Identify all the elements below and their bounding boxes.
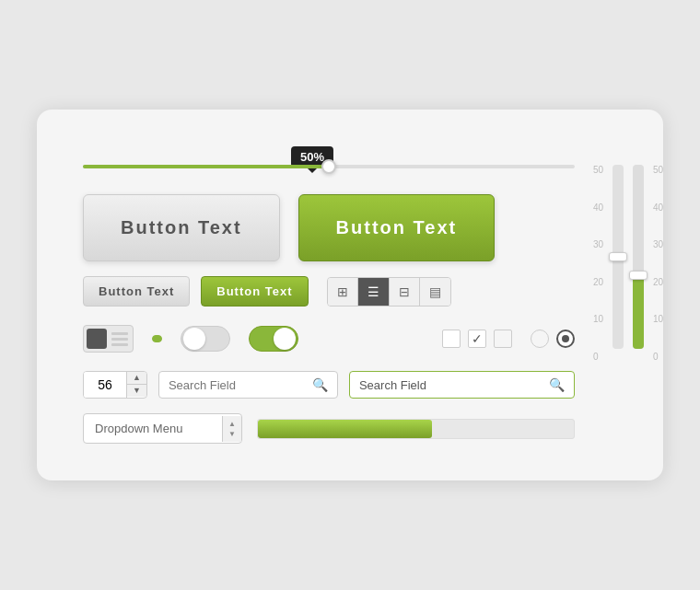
toggle-green[interactable] <box>152 335 162 342</box>
large-buttons-row: Button Text Button Text <box>83 194 575 261</box>
grid-view-button[interactable]: ⊞ <box>328 278 358 306</box>
bottom-row: Dropdown Menu Option 1 Option 2 ▲ ▼ <box>83 413 575 444</box>
large-green-button[interactable]: Button Text <box>298 194 496 261</box>
number-input[interactable] <box>84 372 126 398</box>
scale-right: 50 40 30 20 10 0 <box>653 165 663 367</box>
progress-bar-wrap <box>257 419 575 439</box>
arrow-up: ▲ <box>228 420 236 428</box>
toggle-bars <box>110 330 130 348</box>
arrow-down: ▼ <box>228 430 236 438</box>
ios-toggle-on[interactable] <box>249 326 298 352</box>
v-slider-2-wrap <box>633 165 644 444</box>
checkbox-group: ✓ <box>442 330 512 348</box>
slider-fill <box>83 165 329 168</box>
number-input-wrap: ▲ ▼ <box>83 371 147 399</box>
large-gray-button[interactable]: Button Text <box>83 194 280 261</box>
ios-knob-off <box>183 328 205 350</box>
ui-kit-card: 50% Button Text Button Text Button Text … <box>37 110 663 480</box>
dropdown-select[interactable]: Dropdown Menu Option 1 Option 2 <box>84 414 222 443</box>
radio-selected[interactable] <box>556 330 575 348</box>
search-input-wrap: 🔍 <box>158 371 338 399</box>
search-input-active-wrap: 🔍 <box>349 371 575 399</box>
small-buttons-row: Button Text Button Text ⊞ ☰ ⊟ ▤ <box>83 276 575 307</box>
checkbox-disabled[interactable] <box>494 330 512 348</box>
v-slider-1[interactable] <box>612 165 624 349</box>
search-input[interactable] <box>169 378 307 392</box>
number-up-button[interactable]: ▲ <box>127 372 146 385</box>
left-panel: 50% Button Text Button Text Button Text … <box>83 146 575 444</box>
view-toggle-group: ⊞ ☰ ⊟ ▤ <box>327 277 451 307</box>
v-slider-1-wrap <box>612 165 624 444</box>
slider-track <box>83 165 575 168</box>
rows-view-button[interactable]: ▤ <box>420 278 450 306</box>
progress-fill <box>258 420 432 438</box>
slider-thumb[interactable] <box>321 159 336 174</box>
search-input-active[interactable] <box>359 378 543 392</box>
columns-view-button[interactable]: ⊟ <box>390 278 420 306</box>
v-slider-2[interactable] <box>633 165 644 349</box>
v-thumb-1[interactable] <box>609 252 627 261</box>
toggle-knob <box>87 329 107 349</box>
dropdown-wrap: Dropdown Menu Option 1 Option 2 ▲ ▼ <box>83 413 242 444</box>
toggle-dark[interactable] <box>83 325 134 353</box>
scale-left: 50 40 30 20 10 0 <box>593 165 603 367</box>
ios-toggle-off[interactable] <box>181 326 230 352</box>
number-down-button[interactable]: ▼ <box>127 385 146 397</box>
checkbox-unchecked[interactable] <box>442 330 461 348</box>
v-thumb-2[interactable] <box>629 271 648 280</box>
dropdown-arrows[interactable]: ▲ ▼ <box>222 416 241 442</box>
small-green-button[interactable]: Button Text <box>201 276 308 307</box>
right-panel: 50 40 30 20 10 0 <box>593 165 663 444</box>
horizontal-slider[interactable] <box>83 165 575 168</box>
number-arrows: ▲ ▼ <box>126 372 146 398</box>
small-gray-button[interactable]: Button Text <box>83 276 190 307</box>
checkbox-checked[interactable]: ✓ <box>468 330 486 348</box>
ios-knob-on <box>274 328 296 350</box>
slider-section: 50% <box>83 146 575 168</box>
list-view-button[interactable]: ☰ <box>358 278 390 306</box>
radio-group <box>531 330 575 348</box>
search-icon: 🔍 <box>312 377 328 392</box>
main-content: 50% Button Text Button Text Button Text … <box>83 146 617 444</box>
search-icon-active: 🔍 <box>549 377 565 392</box>
radio-unselected[interactable] <box>531 330 549 348</box>
inputs-row: ▲ ▼ 🔍 🔍 <box>83 371 575 399</box>
toggles-row: ✓ <box>83 325 575 353</box>
v-fill-2 <box>633 275 644 349</box>
